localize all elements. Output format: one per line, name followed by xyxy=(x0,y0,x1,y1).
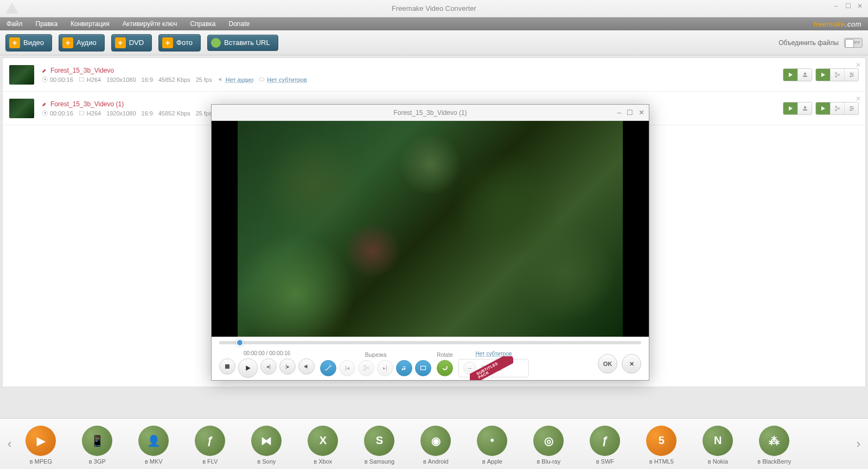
rotate-section-label: Rotate xyxy=(437,352,452,358)
svg-point-11 xyxy=(835,109,837,111)
format-label: в SWF xyxy=(579,458,631,465)
settings-button[interactable] xyxy=(844,102,858,114)
svg-rect-15 xyxy=(225,364,229,369)
plus-icon: + xyxy=(115,37,126,48)
format-item[interactable]: 5в HTML5 xyxy=(635,426,687,465)
format-item[interactable]: Xв Xbox xyxy=(297,426,349,465)
plus-icon: + xyxy=(9,37,20,48)
menu-donate[interactable]: Donate xyxy=(229,20,250,28)
format-item[interactable]: Sв Samsung xyxy=(353,426,405,465)
volume-button[interactable] xyxy=(298,358,315,375)
format-item[interactable]: ⁂в BlackBerry xyxy=(748,426,800,465)
cancel-button[interactable]: ✕ xyxy=(622,354,641,374)
cut-end-button[interactable]: ▸| xyxy=(377,360,393,376)
add-audio-button[interactable]: +Аудио xyxy=(59,34,105,52)
format-item[interactable]: Nв Nokia xyxy=(692,426,744,465)
menu-convert[interactable]: Конвертация xyxy=(71,20,110,28)
speaker-icon xyxy=(303,363,310,370)
film-icon xyxy=(79,76,85,82)
brand-link[interactable]: freemake.com xyxy=(814,20,861,28)
sliders-icon xyxy=(848,72,855,78)
window-minimize-button[interactable]: – xyxy=(832,2,840,10)
format-icon: • xyxy=(477,426,507,456)
format-label: в Samsung xyxy=(353,458,405,465)
export-button[interactable] xyxy=(797,69,812,81)
settings-button[interactable] xyxy=(844,69,858,81)
remove-file-button[interactable]: ✕ xyxy=(854,95,862,102)
audio-link[interactable]: Нет аудио xyxy=(226,76,254,83)
cut-button[interactable] xyxy=(830,69,844,81)
format-icon: 👤 xyxy=(138,426,169,456)
paste-url-button[interactable]: Вставить URL xyxy=(207,35,278,51)
preview-minimize-button[interactable]: – xyxy=(617,108,621,117)
cut-screen-button[interactable] xyxy=(415,360,431,376)
format-item[interactable]: ƒв SWF xyxy=(579,426,631,465)
format-item[interactable]: 👤в MKV xyxy=(127,426,180,465)
play-button[interactable] xyxy=(783,69,797,81)
play-pause-button[interactable] xyxy=(238,358,258,378)
cut-section-label: Вырезка xyxy=(365,352,387,358)
plus-icon: + xyxy=(162,37,173,48)
formats-scroll-left[interactable]: ‹ xyxy=(4,437,15,451)
subtitle-link[interactable]: Нет субтитров xyxy=(267,76,307,83)
add-photo-button[interactable]: +Фото xyxy=(158,34,201,52)
preview-button[interactable] xyxy=(816,69,830,81)
prev-frame-button[interactable]: ◂| xyxy=(260,358,277,375)
svg-point-10 xyxy=(835,106,837,107)
video-frame xyxy=(238,121,622,337)
add-dvd-button[interactable]: +DVD xyxy=(111,34,152,52)
remove-file-button[interactable]: ✕ xyxy=(854,61,862,69)
next-frame-button[interactable]: |▸ xyxy=(279,358,296,375)
menu-activate[interactable]: Активируйте ключ xyxy=(123,20,177,28)
format-label: в Xbox xyxy=(297,458,349,465)
format-item[interactable]: ⧓в Sony xyxy=(240,426,292,465)
window-close-button[interactable]: ✕ xyxy=(856,2,864,10)
format-label: в BlackBerry xyxy=(748,458,800,465)
svg-point-4 xyxy=(835,75,837,77)
add-video-button[interactable]: +Видео xyxy=(5,34,52,52)
ok-button[interactable]: OK xyxy=(598,354,617,374)
film-icon xyxy=(79,110,85,116)
join-files-toggle[interactable]: OFF xyxy=(844,38,863,48)
format-label: в Sony xyxy=(240,458,292,465)
preview-controls: 00:00:00 / 00:00:16 ◂| |▸ Вырезка |◂ ▸| … xyxy=(212,348,649,380)
cut-button[interactable] xyxy=(830,102,844,114)
toolbar: +Видео +Аудио +DVD +Фото Вставить URL Об… xyxy=(0,30,868,55)
rotate-button[interactable] xyxy=(437,360,453,376)
menu-file[interactable]: Файл xyxy=(7,20,23,28)
format-item[interactable]: ◎в Blu-ray xyxy=(522,426,575,465)
preview-close-button[interactable]: ✕ xyxy=(639,108,644,117)
svg-rect-2 xyxy=(260,78,264,81)
sliders-icon xyxy=(848,105,855,112)
cut-music-button[interactable] xyxy=(396,360,412,376)
format-item[interactable]: ƒв FLV xyxy=(184,426,236,465)
svg-rect-18 xyxy=(421,366,426,370)
file-row[interactable]: Forest_15_3b_Videvo 00:00:16 H264 1920x1… xyxy=(3,58,865,92)
preview-maximize-button[interactable]: ☐ xyxy=(627,108,633,117)
cut-auto-button[interactable] xyxy=(320,360,336,376)
subtitle-controls[interactable]: – 20 Aa xyxy=(458,359,529,377)
formats-scroll-right[interactable]: › xyxy=(853,437,864,451)
format-item[interactable]: ▶в MPEG xyxy=(15,426,67,465)
seek-bar[interactable] xyxy=(212,337,649,348)
format-item[interactable]: 📱в 3GP xyxy=(71,426,123,465)
svg-rect-1 xyxy=(79,78,84,81)
format-icon: 📱 xyxy=(82,426,112,456)
play-button[interactable] xyxy=(783,102,797,114)
format-item[interactable]: ◉в Android xyxy=(410,426,462,465)
export-button[interactable] xyxy=(797,102,812,114)
format-label: в MKV xyxy=(127,458,180,465)
menu-help[interactable]: Справка xyxy=(190,20,215,28)
preview-button[interactable] xyxy=(816,102,830,114)
video-canvas[interactable] xyxy=(212,121,649,337)
svg-rect-9 xyxy=(79,111,84,115)
window-maximize-button[interactable]: ☐ xyxy=(844,2,852,10)
app-title: Freemake Video Converter xyxy=(392,4,476,12)
stop-button[interactable] xyxy=(219,358,235,375)
seek-handle[interactable] xyxy=(236,339,244,346)
menu-edit[interactable]: Правка xyxy=(36,20,58,28)
format-item[interactable]: •в Apple xyxy=(466,426,518,465)
sub-minus-button[interactable]: – xyxy=(463,362,476,375)
cut-scissors-button[interactable] xyxy=(358,360,374,376)
cut-start-button[interactable]: |◂ xyxy=(339,360,355,376)
